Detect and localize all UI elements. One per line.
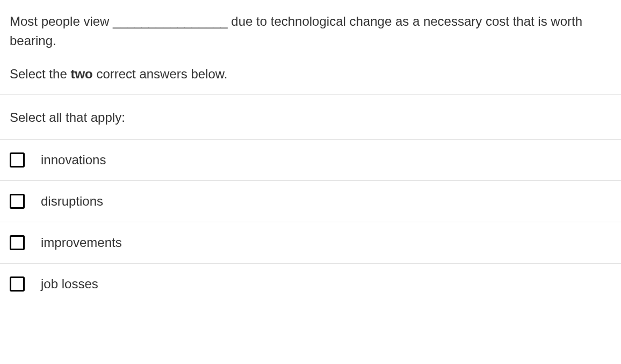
quiz-container: Most people view ________________ due to… [0, 0, 621, 304]
instruction-prefix: Select the [10, 67, 70, 81]
checkbox-icon[interactable] [10, 235, 25, 250]
checkbox-icon[interactable] [10, 194, 25, 209]
option-improvements[interactable]: improvements [0, 222, 621, 264]
instruction-bold: two [70, 67, 92, 81]
checkbox-icon[interactable] [10, 276, 25, 292]
option-label: improvements [41, 235, 122, 250]
select-all-block: Select all that apply: [0, 94, 621, 140]
option-label: innovations [41, 152, 106, 168]
option-innovations[interactable]: innovations [0, 140, 621, 181]
select-all-label: Select all that apply: [10, 110, 611, 125]
option-job-losses[interactable]: job losses [0, 264, 621, 304]
question-text: Most people view ________________ due to… [10, 12, 611, 50]
checkbox-icon[interactable] [10, 152, 25, 168]
instruction-suffix: correct answers below. [93, 67, 228, 81]
question-block: Most people view ________________ due to… [0, 0, 621, 94]
option-disruptions[interactable]: disruptions [0, 181, 621, 222]
option-label: disruptions [41, 194, 103, 209]
option-label: job losses [41, 276, 98, 292]
instruction-text: Select the two correct answers below. [10, 67, 611, 82]
